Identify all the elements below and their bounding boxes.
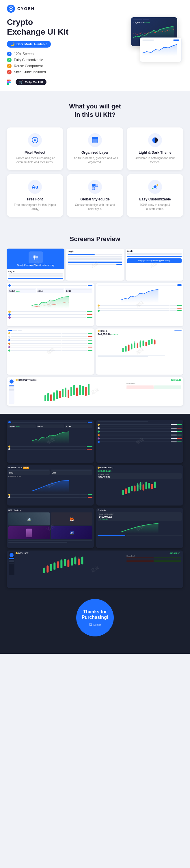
svg-point-25 <box>34 258 35 259</box>
svg-rect-66 <box>88 384 89 395</box>
feature-desc: The file is named, grouped and well orga… <box>72 156 118 164</box>
feature-card-global-styleguide: Global Styleguide Consistent design with… <box>67 174 123 217</box>
svg-rect-59 <box>67 390 69 398</box>
mockup-light-card <box>140 37 182 62</box>
feature-card-light-dark: Light & Dark Theme Available in both lig… <box>127 127 183 170</box>
global-styleguide-icon <box>88 180 102 194</box>
footer-logos: 🛒 Only On UI8 <box>7 79 125 85</box>
svg-rect-53 <box>50 395 52 401</box>
svg-rect-62 <box>76 388 78 396</box>
logo-text: CYGEN <box>17 6 35 11</box>
svg-rect-51 <box>45 395 46 401</box>
screens-preview-title: Screens Preview <box>7 235 183 243</box>
section-title: What you will get in this UI Kit? <box>7 102 183 119</box>
features-grid-bottom: Aa Free Font Free amazing font for this … <box>7 174 183 217</box>
svg-point-7 <box>34 139 36 141</box>
screens-preview-section: Screens Preview Simply Exchange Your Cry… <box>0 232 190 414</box>
dark-trading-chart <box>16 555 126 574</box>
feature-card-easy-customizable: Easy Customizable 100% easy to change & … <box>127 174 183 217</box>
dark-analytics-chart <box>8 478 92 493</box>
feature-card-free-font: Aa Free Font Free amazing font for this … <box>7 174 63 217</box>
svg-rect-12 <box>92 141 98 143</box>
feature-desc: Consistent design with text and color st… <box>72 203 118 211</box>
svg-rect-55 <box>56 391 58 399</box>
svg-rect-23 <box>33 255 35 258</box>
svg-rect-14 <box>92 137 98 139</box>
light-dark-icon <box>148 133 162 147</box>
big-chart <box>16 382 125 403</box>
screen-login-1: Simply Exchange Your Cryptocurrency Log … <box>7 249 64 281</box>
svg-rect-3 <box>7 81 9 83</box>
screen-full-trading: BTC/USDT Trading $2,310.11 <box>7 377 183 406</box>
svg-rect-54 <box>53 393 55 401</box>
svg-rect-52 <box>47 393 49 401</box>
thanks-text: Thanks for Purchasing! <box>82 609 108 620</box>
cart-icon: 🛒 <box>19 80 23 84</box>
screen-dark-nft: NFT / Gallery 🏔️ 🦊 🌌 <box>7 508 94 548</box>
svg-rect-1 <box>9 79 11 81</box>
screen-login-2: Log In 志设 <box>66 249 124 281</box>
header-mockup: 16,249.33 +2.4% <box>125 17 183 63</box>
dashboard-chart-2 <box>98 287 182 303</box>
dark-screens-section: 16,249 +2% 0.034 1,240 <box>0 414 190 654</box>
figma-icon <box>7 79 13 85</box>
take-design: 🖥 Design <box>89 622 102 627</box>
screens-row-2: 16,249 +2% 0.034 1,240 <box>7 283 183 326</box>
svg-rect-64 <box>82 386 84 395</box>
feature-card-organized-layer: Organized Layer The file is named, group… <box>67 127 123 170</box>
svg-rect-65 <box>85 387 87 396</box>
dark-candlestick-chart <box>98 480 182 496</box>
feature-card-pixel-perfect: Pixel Perfect Frames and measures using … <box>7 127 63 170</box>
svg-rect-56 <box>59 391 61 398</box>
feature-item: ✓ 120+ Screens <box>7 52 125 56</box>
free-font-icon: Aa <box>28 180 42 194</box>
svg-rect-24 <box>36 256 38 258</box>
only-ui-badge[interactable]: 🛒 Only On UI8 <box>16 79 47 85</box>
feature-title: Pixel Perfect <box>11 151 58 155</box>
screen-login-3: Log In Simply Exchange Your Cryptocurren… <box>126 249 183 281</box>
feature-title: Free Font <box>11 197 58 201</box>
features-grid-top: Pixel Perfect Frames and measures using … <box>7 127 183 170</box>
dashboard-chart <box>8 294 92 309</box>
mockup-preview: 16,249.33 +2.4% <box>123 17 183 63</box>
header: CYGEN Crypto Exchange UI Kit 🌙 Dark Mode… <box>0 0 190 91</box>
header-left: Crypto Exchange UI Kit 🌙 Dark Mode Avail… <box>7 17 125 85</box>
feature-title: Global Styleguide <box>72 197 118 201</box>
screen-dark-candlestick: Bitcoin (BTC) $49,404.32 ↑ Current Price… <box>96 465 183 505</box>
check-icon: ✓ <box>7 58 11 62</box>
feature-desc: Available in both light and dark themes. <box>132 156 179 164</box>
check-icon: ✓ <box>7 70 11 74</box>
svg-rect-63 <box>79 385 81 395</box>
feature-title: Organized Layer <box>72 151 118 155</box>
dark-mode-badge[interactable]: 🌙 Dark Mode Available <box>7 41 51 48</box>
feature-item: ✓ Reuse Component <box>7 64 125 68</box>
header-content: Crypto Exchange UI Kit 🌙 Dark Mode Avail… <box>7 17 183 85</box>
svg-rect-2 <box>7 79 9 81</box>
svg-point-26 <box>36 258 37 259</box>
pixel-perfect-icon <box>28 133 42 147</box>
check-icon: ✓ <box>7 64 11 68</box>
dark-row-3: NFT / Gallery 🏔️ 🦊 🌌 <box>7 508 183 548</box>
svg-rect-60 <box>71 387 72 396</box>
feature-desc: 100% easy to change & customizable. <box>132 203 179 211</box>
svg-rect-18 <box>95 184 98 187</box>
thanks-circle: Thanks for Purchasing! 🖥 Design <box>76 599 114 637</box>
svg-point-5 <box>9 81 11 83</box>
dark-row-2: IN ANALYTICS PRO BTC ETH CURRENCY BY <box>7 465 183 505</box>
thanks-section: Thanks for Purchasing! 🖥 Design <box>7 590 183 648</box>
features-list: ✓ 120+ Screens ✓ Fully Customizable ✓ Re… <box>7 52 125 74</box>
logo-area: CYGEN <box>7 5 183 13</box>
feature-desc: Free amazing font for this (Nippo Family… <box>11 203 58 211</box>
feature-item: ✓ Style Guide Included <box>7 70 125 74</box>
svg-point-22 <box>152 188 153 189</box>
svg-rect-58 <box>65 388 66 397</box>
screen-dark-trading-full: BTC/USDT $49,404.32 ↑ <box>7 551 183 588</box>
feature-desc: Frames and measures using an even multip… <box>11 156 58 164</box>
svg-rect-17 <box>92 184 95 187</box>
logo-icon <box>7 5 15 13</box>
screen-dashboard-1: 16,249 +2% 0.034 1,240 <box>7 283 94 326</box>
svg-point-21 <box>157 184 158 186</box>
easy-customizable-icon <box>148 180 162 194</box>
screens-row-1: Simply Exchange Your Cryptocurrency Log … <box>7 249 183 281</box>
screen-dashboard-2: 志设 <box>96 283 183 326</box>
